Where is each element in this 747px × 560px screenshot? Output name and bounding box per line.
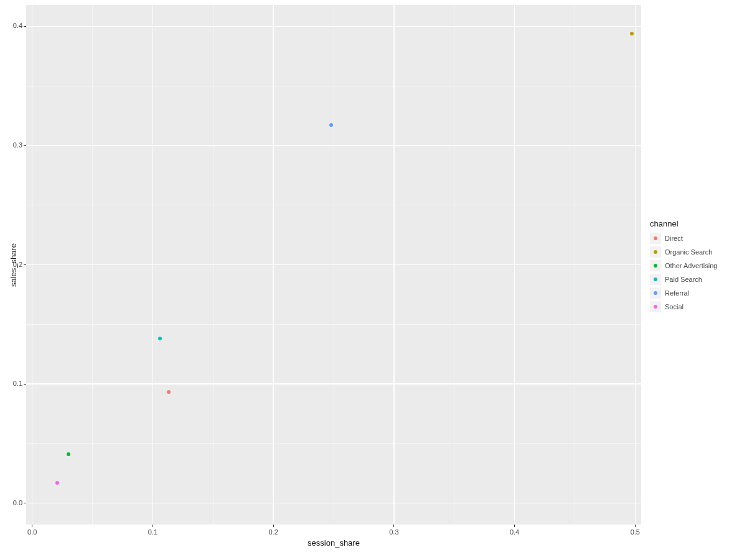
legend-item: Paid Search	[650, 273, 717, 286]
x-tick	[32, 525, 32, 527]
gridline	[26, 443, 641, 444]
legend-dot-icon	[654, 236, 657, 240]
legend-key	[650, 274, 661, 285]
data-point	[167, 390, 171, 394]
y-tick-label: 0.0	[7, 499, 22, 506]
x-tick-label: 0.0	[26, 528, 39, 536]
y-tick-label: 0.4	[7, 22, 22, 29]
legend-item: Organic Search	[650, 246, 717, 258]
legend-item: Direct	[650, 232, 717, 245]
y-tick	[24, 145, 26, 146]
x-axis-title: session_share	[26, 538, 641, 548]
legend-dot-icon	[654, 278, 657, 281]
x-tick	[273, 525, 274, 527]
chart-figure: 0.00.10.20.30.40.5 0.00.10.20.30.4 sessi…	[0, 0, 747, 560]
data-point	[158, 337, 162, 340]
legend-item: Social	[650, 301, 717, 313]
legend-label: Other Advertising	[665, 262, 717, 269]
legend-dot-icon	[654, 250, 657, 254]
gridline	[26, 324, 641, 325]
legend-item: Referral	[650, 287, 717, 299]
x-tick	[514, 525, 515, 527]
legend-label: Organic Search	[665, 248, 712, 256]
x-tick-label: 0.3	[388, 528, 400, 536]
y-tick-label: 0.3	[7, 141, 22, 149]
x-tick-label: 0.1	[146, 528, 159, 536]
legend: channel DirectOrganic SearchOther Advert…	[650, 219, 717, 314]
legend-label: Direct	[665, 235, 683, 242]
legend-label: Referral	[665, 289, 689, 297]
data-point	[67, 452, 70, 456]
x-tick	[393, 525, 394, 527]
legend-label: Paid Search	[665, 276, 702, 283]
legend-dot-icon	[654, 264, 657, 268]
legend-item: Other Advertising	[650, 259, 717, 272]
gridline	[26, 264, 641, 266]
x-tick	[153, 525, 153, 527]
legend-key	[650, 260, 661, 271]
data-point	[329, 123, 333, 127]
x-tick-label: 0.5	[629, 528, 641, 536]
legend-title: channel	[650, 219, 717, 228]
data-point	[630, 32, 634, 35]
y-axis-title: sales_share	[9, 237, 18, 293]
legend-label: Social	[665, 303, 684, 310]
legend-key	[650, 246, 661, 258]
y-tick	[24, 503, 26, 503]
gridline	[26, 383, 641, 385]
gridline	[26, 145, 641, 146]
x-tick-label: 0.2	[267, 528, 280, 536]
legend-key	[650, 233, 661, 244]
gridline	[26, 205, 641, 205]
gridline	[26, 26, 641, 27]
data-point	[55, 481, 59, 485]
legend-dot-icon	[654, 291, 657, 295]
y-tick-label: 0.1	[7, 380, 22, 387]
y-tick	[24, 26, 26, 27]
gridline	[26, 503, 641, 504]
legend-key	[650, 301, 661, 312]
x-tick	[635, 525, 636, 527]
y-tick	[24, 384, 26, 385]
x-tick-label: 0.4	[509, 528, 521, 536]
gridline	[26, 86, 641, 86]
legend-key	[650, 287, 661, 299]
legend-dot-icon	[654, 305, 657, 309]
y-tick	[24, 264, 26, 265]
